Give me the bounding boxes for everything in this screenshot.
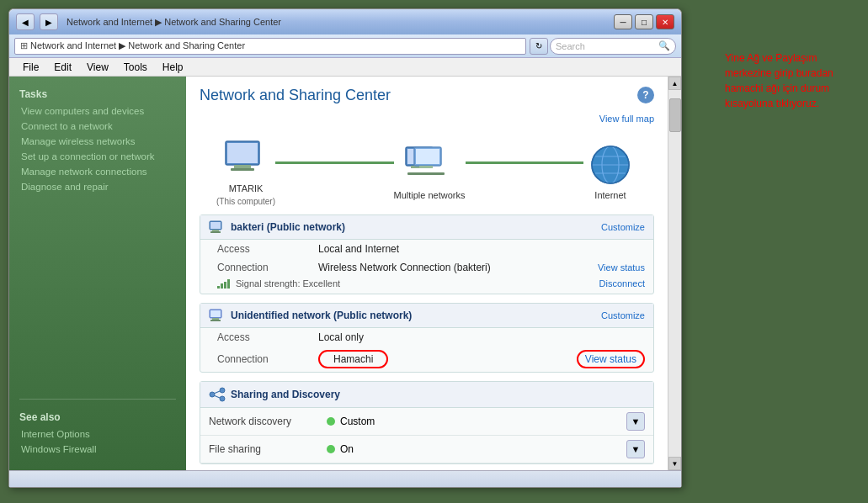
sharing-section: Sharing and Discovery Network discovery … — [200, 381, 654, 464]
computer-icon — [219, 136, 273, 180]
sharing-files-value: On — [327, 443, 626, 455]
svg-rect-19 — [212, 230, 219, 231]
svg-rect-26 — [210, 310, 221, 317]
svg-point-29 — [210, 392, 215, 397]
scroll-thumb[interactable] — [669, 98, 681, 132]
networks-icon — [402, 143, 456, 187]
svg-rect-23 — [224, 282, 226, 289]
minimize-button[interactable]: ─ — [614, 14, 632, 29]
annotation-text: Yine Ağ ve Paylaşım merkezine girip bura… — [725, 50, 860, 111]
discovery-expand-button[interactable]: ▼ — [626, 412, 645, 431]
sharing-row-discovery: Network discovery Custom ▼ — [200, 408, 653, 436]
svg-line-33 — [215, 396, 220, 399]
page-title: Network and Sharing Center — [200, 87, 391, 104]
files-expand-button[interactable]: ▼ — [626, 440, 645, 458]
main-window: ◀ ▶ Network and Internet ▶ Network and S… — [8, 8, 682, 488]
scroll-down-button[interactable]: ▼ — [668, 457, 681, 470]
back-button[interactable]: ◀ — [16, 13, 35, 30]
forward-button[interactable]: ▶ — [40, 13, 58, 30]
network1-access-label: Access — [217, 243, 318, 255]
node-internet-label: Internet — [594, 190, 626, 200]
node-networks: Multiple networks — [394, 143, 466, 200]
sharing-discovery-value: Custom — [327, 416, 626, 427]
content-inner: Network and Sharing Center ? View full m… — [186, 77, 668, 470]
discovery-status-dot — [327, 417, 335, 426]
net-line-2 — [466, 161, 584, 164]
node-internet: Internet — [583, 143, 637, 200]
network2-title: Unidentified network (Public network) — [209, 309, 412, 322]
menu-file[interactable]: File — [16, 60, 45, 75]
svg-point-31 — [220, 396, 225, 401]
svg-rect-8 — [416, 149, 439, 164]
scroll-up-button[interactable]: ▲ — [668, 77, 681, 90]
content-header: Network and Sharing Center ? — [200, 87, 654, 104]
network-icon — [209, 220, 226, 234]
network1-customize-link[interactable]: Customize — [601, 222, 645, 232]
scrollbar[interactable]: ▲ ▼ — [668, 77, 681, 470]
signal-icon — [217, 278, 232, 289]
network1-disconnect-link[interactable]: Disconnect — [599, 278, 645, 289]
window-controls: ─ □ ✕ — [614, 14, 674, 29]
menu-tools[interactable]: Tools — [117, 60, 154, 75]
sidebar-item-view-computers[interactable]: View computers and devices — [9, 103, 186, 119]
network1-access-value: Local and Internet — [318, 243, 645, 255]
scroll-track[interactable] — [668, 90, 681, 457]
network2-connection-row: Connection Hamachi View status — [200, 347, 653, 372]
network-section-bakteri: bakteri (Public network) Customize Acces… — [200, 214, 654, 294]
menu-view[interactable]: View — [80, 60, 115, 75]
help-icon[interactable]: ? — [637, 87, 654, 103]
close-button[interactable]: ✕ — [656, 14, 674, 29]
node-computer-sublabel: (This computer) — [216, 197, 275, 206]
network1-header: bakteri (Public network) Customize — [200, 215, 653, 240]
sidebar-item-diagnose[interactable]: Diagnose and repair — [9, 179, 186, 194]
network2-access-row: Access Local only — [200, 328, 653, 347]
address-bar: ⊞ Network and Internet ▶ Network and Sha… — [9, 34, 681, 58]
sidebar-item-setup-connection[interactable]: Set up a connection or network — [9, 149, 186, 164]
svg-rect-27 — [212, 318, 219, 320]
network1-access-row: Access Local and Internet — [200, 240, 653, 258]
sharing-discovery-text: Custom — [340, 416, 375, 427]
sidebar-item-manage-connections[interactable]: Manage network connections — [9, 164, 186, 179]
sharing-files-label: File sharing — [209, 443, 327, 455]
menu-edit[interactable]: Edit — [47, 60, 78, 75]
sidebar-tasks-title: Tasks — [9, 83, 186, 103]
search-bar[interactable]: Search 🔍 — [550, 38, 676, 55]
network2-connection-label: Connection — [217, 353, 318, 365]
view-full-map-container: View full map — [200, 113, 654, 124]
network1-connection-value: Wireless Network Connection (bakteri) — [318, 262, 598, 273]
node-networks-label: Multiple networks — [394, 190, 466, 200]
network1-view-status-link[interactable]: View status — [598, 262, 645, 273]
title-bar: ◀ ▶ Network and Internet ▶ Network and S… — [9, 9, 681, 34]
network2-access-value: Local only — [318, 331, 645, 343]
sharing-title: Sharing and Discovery — [231, 389, 340, 400]
svg-rect-22 — [221, 283, 223, 289]
view-full-map-link[interactable]: View full map — [599, 114, 654, 124]
breadcrumb[interactable]: ⊞ Network and Internet ▶ Network and Sha… — [14, 38, 526, 55]
globe-icon — [583, 143, 637, 187]
sharing-discovery-label: Network discovery — [209, 416, 327, 427]
network1-signal-label: Signal strength: Excellent — [236, 278, 340, 289]
svg-rect-21 — [217, 286, 220, 289]
search-placeholder: Search — [556, 41, 585, 51]
address-right: ↻ Search 🔍 — [530, 38, 676, 55]
net-line-1 — [275, 161, 394, 164]
sidebar-item-internet-options[interactable]: Internet Options — [9, 426, 186, 442]
network1-connection-row: Connection Wireless Network Connection (… — [200, 258, 653, 277]
sidebar-item-connect-network[interactable]: Connect to a network — [9, 119, 186, 134]
network2-connection-value: Hamachi — [318, 350, 577, 368]
network2-customize-link[interactable]: Customize — [601, 310, 645, 320]
sidebar-item-manage-wireless[interactable]: Manage wireless networks — [9, 134, 186, 149]
files-status-dot — [327, 445, 335, 453]
svg-rect-18 — [210, 222, 221, 229]
network2-view-status-link[interactable]: View status — [577, 350, 645, 368]
sidebar: Tasks View computers and devices Connect… — [9, 77, 186, 470]
network-section-hamachi: Unidentified network (Public network) Cu… — [200, 303, 654, 373]
menu-help[interactable]: Help — [156, 60, 190, 75]
refresh-button[interactable]: ↻ — [530, 38, 548, 55]
sidebar-item-windows-firewall[interactable]: Windows Firewall — [9, 442, 186, 457]
hamachi-oval: Hamachi — [318, 350, 388, 368]
svg-rect-10 — [407, 172, 445, 175]
sharing-files-text: On — [340, 443, 354, 455]
breadcrumb-text: Network and Internet ▶ Network and Shari… — [30, 40, 245, 51]
maximize-button[interactable]: □ — [635, 14, 653, 29]
